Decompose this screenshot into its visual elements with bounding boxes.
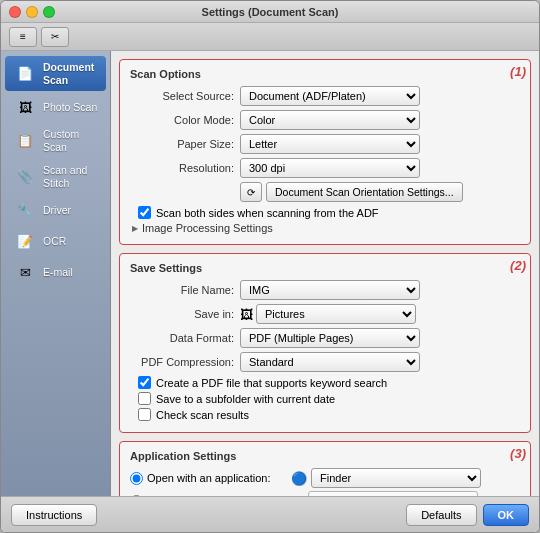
sidebar-item-ocr[interactable]: 📝 OCR bbox=[5, 227, 106, 257]
orientation-control: ⟳ Document Scan Orientation Settings... bbox=[240, 182, 520, 202]
photo-scan-icon: 🖼 bbox=[13, 97, 37, 117]
sidebar-item-document-scan[interactable]: 📄 Document Scan bbox=[5, 56, 106, 91]
scan-options-title: Scan Options bbox=[130, 68, 520, 80]
sidebar: 📄 Document Scan 🖼 Photo Scan 📋 Custom Sc… bbox=[1, 51, 111, 496]
sidebar-label-document-scan: Document Scan bbox=[43, 61, 98, 86]
orientation-icon-btn[interactable]: ⟳ bbox=[240, 182, 262, 202]
bottom-left: Instructions bbox=[11, 504, 97, 526]
main-window: Settings (Document Scan) ≡ ✂ 📄 Document … bbox=[0, 0, 540, 533]
file-name-dropdown[interactable]: IMG bbox=[240, 280, 420, 300]
data-format-control: PDF (Multiple Pages) PDF JPEG TIFF PNG bbox=[240, 328, 520, 348]
data-format-row: Data Format: PDF (Multiple Pages) PDF JP… bbox=[130, 328, 520, 348]
subfolder-date-row: Save to a subfolder with current date bbox=[138, 392, 520, 405]
scan-both-sides-label: Scan both sides when scanning from the A… bbox=[156, 207, 379, 219]
minimize-button[interactable] bbox=[26, 6, 38, 18]
window-title: Settings (Document Scan) bbox=[202, 6, 339, 18]
bottom-bar: Instructions Defaults OK bbox=[1, 496, 539, 532]
sidebar-label-ocr: OCR bbox=[43, 235, 66, 248]
close-button[interactable] bbox=[9, 6, 21, 18]
expand-triangle-icon: ▶ bbox=[132, 224, 138, 233]
bottom-right: Defaults OK bbox=[406, 504, 529, 526]
pdf-compression-dropdown[interactable]: Standard High Low bbox=[240, 352, 420, 372]
subfolder-date-checkbox[interactable] bbox=[138, 392, 151, 405]
custom-scan-icon: 📋 bbox=[13, 131, 37, 151]
main-panel: Scan Options (1) Select Source: Document… bbox=[111, 51, 539, 496]
keyword-search-row: Create a PDF file that supports keyword … bbox=[138, 376, 520, 389]
check-results-checkbox[interactable] bbox=[138, 408, 151, 421]
defaults-button[interactable]: Defaults bbox=[406, 504, 476, 526]
save-in-row: Save in: 🖼 Pictures Desktop Documents bbox=[130, 304, 520, 324]
resolution-label: Resolution: bbox=[130, 162, 240, 174]
open-with-radio[interactable] bbox=[130, 472, 143, 485]
sidebar-item-custom-scan[interactable]: 📋 Custom Scan bbox=[5, 123, 106, 158]
scan-stitch-icon: 📎 bbox=[13, 167, 37, 187]
content-area: 📄 Document Scan 🖼 Photo Scan 📋 Custom Sc… bbox=[1, 51, 539, 496]
save-in-dropdown[interactable]: Pictures Desktop Documents bbox=[256, 304, 416, 324]
color-mode-dropdown[interactable]: Color Grayscale Black and White bbox=[240, 110, 420, 130]
paper-size-control: Letter A4 Legal Auto bbox=[240, 134, 520, 154]
traffic-lights bbox=[9, 6, 55, 18]
send-to-app-dropdown[interactable]: Preview Other... bbox=[308, 491, 478, 496]
file-name-label: File Name: bbox=[130, 284, 240, 296]
keyword-search-label: Create a PDF file that supports keyword … bbox=[156, 377, 387, 389]
ocr-icon: 📝 bbox=[13, 232, 37, 252]
check-results-row: Check scan results bbox=[138, 408, 520, 421]
pdf-compression-label: PDF Compression: bbox=[130, 356, 240, 368]
scan-both-sides-checkbox[interactable] bbox=[138, 206, 151, 219]
app-settings-num: (3) bbox=[510, 446, 526, 461]
pdf-compression-control: Standard High Low bbox=[240, 352, 520, 372]
email-icon: ✉ bbox=[13, 263, 37, 283]
instructions-button[interactable]: Instructions bbox=[11, 504, 97, 526]
color-mode-control: Color Grayscale Black and White bbox=[240, 110, 520, 130]
paper-size-dropdown[interactable]: Letter A4 Legal Auto bbox=[240, 134, 420, 154]
file-name-control: IMG bbox=[240, 280, 520, 300]
sidebar-label-driver: Driver bbox=[43, 204, 71, 217]
scan-both-sides-row: Scan both sides when scanning from the A… bbox=[138, 206, 520, 219]
save-settings-title: Save Settings bbox=[130, 262, 520, 274]
image-processing-row[interactable]: ▶ Image Processing Settings bbox=[132, 222, 520, 234]
pdf-compression-row: PDF Compression: Standard High Low bbox=[130, 352, 520, 372]
title-bar: Settings (Document Scan) bbox=[1, 1, 539, 23]
toolbar: ≡ ✂ bbox=[1, 23, 539, 51]
zoom-button[interactable] bbox=[43, 6, 55, 18]
color-mode-label: Color Mode: bbox=[130, 114, 240, 126]
select-source-row: Select Source: Document (ADF/Platen) Pla… bbox=[130, 86, 520, 106]
select-source-label: Select Source: bbox=[130, 90, 240, 102]
sidebar-item-scan-stitch[interactable]: 📎 Scan and Stitch bbox=[5, 159, 106, 194]
image-processing-label: Image Processing Settings bbox=[142, 222, 273, 234]
toolbar-btn-1[interactable]: ≡ bbox=[9, 27, 37, 47]
subfolder-date-label: Save to a subfolder with current date bbox=[156, 393, 335, 405]
file-name-row: File Name: IMG bbox=[130, 280, 520, 300]
open-with-row: Open with an application: 🔵 Finder Previ… bbox=[130, 468, 520, 488]
select-source-control: Document (ADF/Platen) Platen ADF Simplex… bbox=[240, 86, 520, 106]
data-format-label: Data Format: bbox=[130, 332, 240, 344]
orientation-settings-button[interactable]: Document Scan Orientation Settings... bbox=[266, 182, 463, 202]
ok-button[interactable]: OK bbox=[483, 504, 530, 526]
color-mode-row: Color Mode: Color Grayscale Black and Wh… bbox=[130, 110, 520, 130]
sidebar-item-email[interactable]: ✉ E-mail bbox=[5, 258, 106, 288]
orientation-row: ⟳ Document Scan Orientation Settings... bbox=[130, 182, 520, 202]
save-settings-num: (2) bbox=[510, 258, 526, 273]
paper-size-label: Paper Size: bbox=[130, 138, 240, 150]
sidebar-item-photo-scan[interactable]: 🖼 Photo Scan bbox=[5, 92, 106, 122]
app-settings-title: Application Settings bbox=[130, 450, 520, 462]
folder-icon: 🖼 bbox=[240, 307, 253, 322]
sidebar-label-scan-stitch: Scan and Stitch bbox=[43, 164, 98, 189]
resolution-control: 75 dpi 150 dpi 300 dpi 600 dpi 1200 dpi bbox=[240, 158, 520, 178]
driver-icon: 🔧 bbox=[13, 201, 37, 221]
sidebar-label-photo-scan: Photo Scan bbox=[43, 101, 97, 114]
open-with-dropdown[interactable]: Finder Preview Other... bbox=[311, 468, 481, 488]
save-settings-section: Save Settings (2) File Name: IMG Save in… bbox=[119, 253, 531, 433]
open-with-label: Open with an application: bbox=[147, 472, 287, 484]
document-scan-icon: 📄 bbox=[13, 64, 37, 84]
finder-icon: 🔵 bbox=[291, 471, 307, 486]
select-source-dropdown[interactable]: Document (ADF/Platen) Platen ADF Simplex… bbox=[240, 86, 420, 106]
scan-options-num: (1) bbox=[510, 64, 526, 79]
keyword-search-checkbox[interactable] bbox=[138, 376, 151, 389]
sidebar-item-driver[interactable]: 🔧 Driver bbox=[5, 196, 106, 226]
toolbar-btn-2[interactable]: ✂ bbox=[41, 27, 69, 47]
resolution-dropdown[interactable]: 75 dpi 150 dpi 300 dpi 600 dpi 1200 dpi bbox=[240, 158, 420, 178]
sidebar-label-email: E-mail bbox=[43, 266, 73, 279]
data-format-dropdown[interactable]: PDF (Multiple Pages) PDF JPEG TIFF PNG bbox=[240, 328, 420, 348]
app-settings-section: Application Settings (3) Open with an ap… bbox=[119, 441, 531, 496]
